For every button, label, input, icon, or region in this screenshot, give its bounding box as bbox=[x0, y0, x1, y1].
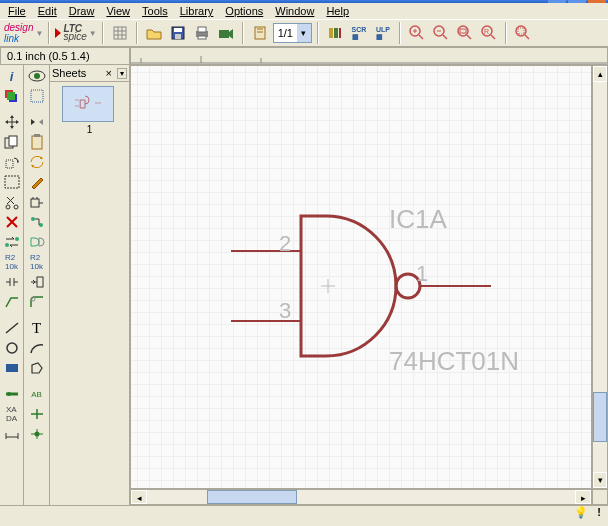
label-icon[interactable]: AB bbox=[27, 385, 47, 403]
layers-icon[interactable] bbox=[2, 87, 22, 105]
attribute-icon[interactable]: XADA bbox=[2, 405, 22, 423]
sheet-thumbnail-label: 1 bbox=[62, 124, 118, 135]
dimension-icon[interactable] bbox=[2, 425, 22, 443]
svg-point-76 bbox=[31, 217, 35, 221]
scroll-down-icon[interactable]: ▾ bbox=[593, 472, 607, 488]
rotate-icon[interactable] bbox=[2, 153, 22, 171]
svg-rect-45 bbox=[6, 160, 13, 168]
script-icon[interactable]: SCR▦ bbox=[348, 22, 370, 44]
text-icon[interactable]: T bbox=[27, 319, 47, 337]
svg-rect-46 bbox=[5, 176, 19, 188]
library-icon[interactable] bbox=[324, 22, 346, 44]
gateswap-icon[interactable] bbox=[27, 233, 47, 251]
designlink-logo[interactable]: designlink bbox=[4, 22, 33, 44]
svg-line-32 bbox=[525, 35, 529, 39]
svg-point-53 bbox=[15, 237, 19, 241]
scrollbar-vertical[interactable]: ▴ ▾ bbox=[592, 65, 608, 489]
paste-icon[interactable] bbox=[27, 133, 47, 151]
junction-icon[interactable] bbox=[27, 425, 47, 443]
scroll-up-icon[interactable]: ▴ bbox=[593, 66, 607, 82]
status-alert-icon[interactable]: ! bbox=[590, 506, 608, 524]
menu-draw[interactable]: Draw bbox=[69, 5, 95, 17]
svg-rect-69 bbox=[31, 90, 43, 102]
pin-label-2: 2 bbox=[279, 231, 291, 257]
info-icon[interactable]: i bbox=[2, 67, 22, 85]
group-select-icon[interactable] bbox=[2, 173, 22, 191]
change-icon[interactable] bbox=[27, 153, 47, 171]
mirror-icon[interactable] bbox=[27, 113, 47, 131]
miter-icon[interactable] bbox=[27, 293, 47, 311]
scroll-thumb-h[interactable] bbox=[207, 490, 297, 504]
window-maximize-icon[interactable] bbox=[568, 0, 586, 3]
menu-options[interactable]: Options bbox=[225, 5, 263, 17]
status-bulb-icon[interactable]: 💡 bbox=[572, 506, 590, 524]
cut-icon[interactable] bbox=[2, 193, 22, 211]
svg-rect-16 bbox=[334, 28, 338, 38]
copy-icon[interactable] bbox=[2, 133, 22, 151]
menu-library[interactable]: Library bbox=[180, 5, 214, 17]
scroll-right-icon[interactable]: ▸ bbox=[575, 490, 591, 504]
pinswap-icon[interactable] bbox=[27, 213, 47, 231]
ulp-icon[interactable]: ULP▦ bbox=[372, 22, 394, 44]
value-icon[interactable]: R210k bbox=[27, 253, 47, 271]
sheets-panel: Sheets × ▾ 1 bbox=[50, 65, 130, 505]
window-minimize-icon[interactable] bbox=[548, 0, 566, 3]
page-selector[interactable]: 1/1▾ bbox=[273, 23, 312, 43]
invoke-icon[interactable] bbox=[27, 273, 47, 291]
menu-file[interactable]: File bbox=[8, 5, 26, 17]
scrollbar-horizontal[interactable]: ◂ ▸ bbox=[130, 489, 592, 505]
replace-icon[interactable]: R210k bbox=[2, 253, 22, 271]
zoom-fit-icon[interactable] bbox=[454, 22, 476, 44]
status-bar: 💡 ! bbox=[0, 505, 608, 524]
grid-icon[interactable] bbox=[109, 22, 131, 44]
svg-line-26 bbox=[467, 35, 471, 39]
menu-help[interactable]: Help bbox=[326, 5, 349, 17]
cam-icon[interactable] bbox=[215, 22, 237, 44]
svg-rect-27 bbox=[460, 29, 466, 33]
zoom-redraw-icon[interactable]: R bbox=[478, 22, 500, 44]
move-icon[interactable] bbox=[2, 113, 22, 131]
component-ref: IC1A bbox=[389, 204, 447, 235]
line-icon[interactable] bbox=[2, 319, 22, 337]
schematic-canvas[interactable]: 2 3 1 IC1A 74HCT01N bbox=[130, 65, 592, 489]
zoom-select-icon[interactable] bbox=[512, 22, 534, 44]
svg-point-50 bbox=[14, 205, 18, 209]
sheet-thumbnail-1[interactable]: 1 bbox=[62, 86, 118, 135]
zoom-out-icon[interactable] bbox=[430, 22, 452, 44]
menu-edit[interactable]: Edit bbox=[38, 5, 57, 17]
arc-icon[interactable] bbox=[27, 339, 47, 357]
polygon-icon[interactable] bbox=[27, 359, 47, 377]
bus-icon[interactable] bbox=[2, 385, 22, 403]
rect-icon[interactable] bbox=[2, 359, 22, 377]
show-icon[interactable] bbox=[27, 67, 47, 85]
scroll-thumb-v[interactable] bbox=[593, 392, 607, 442]
swap-icon[interactable] bbox=[2, 233, 22, 251]
window-close-icon[interactable] bbox=[588, 0, 606, 3]
svg-line-19 bbox=[419, 35, 423, 39]
pin-label-3: 3 bbox=[279, 298, 291, 324]
print-icon[interactable] bbox=[191, 22, 213, 44]
paintbrush-icon[interactable] bbox=[27, 173, 47, 191]
menu-view[interactable]: View bbox=[106, 5, 130, 17]
board-icon[interactable] bbox=[249, 22, 271, 44]
sheets-dropdown-icon[interactable]: ▾ bbox=[117, 68, 127, 79]
save-icon[interactable] bbox=[167, 22, 189, 44]
scroll-left-icon[interactable]: ◂ bbox=[131, 490, 147, 504]
mark-icon[interactable] bbox=[27, 87, 47, 105]
ltspice-logo[interactable]: LTCspice bbox=[55, 25, 86, 41]
svg-point-77 bbox=[39, 223, 43, 227]
svg-rect-78 bbox=[37, 277, 43, 287]
add-icon[interactable] bbox=[27, 193, 47, 211]
delete-icon[interactable] bbox=[2, 213, 22, 231]
sheets-close-icon[interactable]: × bbox=[103, 67, 115, 79]
svg-rect-33 bbox=[518, 28, 524, 34]
open-icon[interactable] bbox=[143, 22, 165, 44]
menu-window[interactable]: Window bbox=[275, 5, 314, 17]
zoom-in-icon[interactable] bbox=[406, 22, 428, 44]
svg-rect-7 bbox=[175, 34, 181, 39]
split-icon[interactable] bbox=[2, 273, 22, 291]
net-icon[interactable] bbox=[27, 405, 47, 423]
circle-icon[interactable] bbox=[2, 339, 22, 357]
menu-tools[interactable]: Tools bbox=[142, 5, 168, 17]
wire-icon[interactable] bbox=[2, 293, 22, 311]
